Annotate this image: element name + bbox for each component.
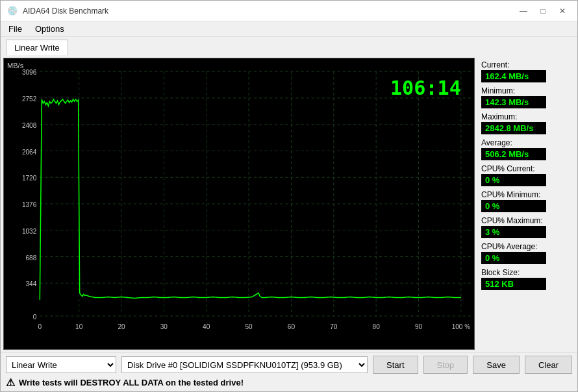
stop-button[interactable]: Stop [423, 356, 468, 374]
svg-text:2752: 2752 [22, 95, 37, 103]
cpu-minimum-label: CPU% Minimum: [481, 190, 571, 199]
chart-area: MB/s 3096 2752 2408 2064 1720 1376 1032 … [3, 58, 475, 350]
controls-row: Linear Write Disk Drive #0 [SOLIDIGM SSD… [6, 356, 572, 374]
svg-text:50: 50 [245, 323, 253, 330]
title-controls: — □ ✕ [515, 5, 571, 18]
cpu-average-stat: CPU% Average: 0 % [481, 242, 571, 264]
save-button[interactable]: Save [473, 356, 520, 374]
average-label: Average: [481, 138, 571, 147]
svg-text:20: 20 [118, 323, 125, 330]
block-size-label: Block Size: [481, 268, 571, 277]
chart-svg: MB/s 3096 2752 2408 2064 1720 1376 1032 … [4, 58, 474, 349]
title-bar-left: 💿 AIDA64 Disk Benchmark [7, 6, 108, 16]
main-window: 💿 AIDA64 Disk Benchmark — □ ✕ File Optio… [0, 0, 578, 392]
cpu-minimum-value: 0 % [481, 200, 546, 212]
tab-bar: Linear Write [1, 37, 577, 55]
current-label: Current: [481, 60, 571, 69]
svg-text:0: 0 [33, 313, 37, 321]
menu-bar: File Options [1, 21, 577, 37]
close-button[interactable]: ✕ [554, 5, 571, 18]
svg-text:688: 688 [26, 254, 37, 261]
test-type-dropdown[interactable]: Linear Write [6, 356, 116, 373]
svg-text:90: 90 [415, 323, 423, 330]
warning-text: Write tests will DESTROY ALL DATA on the… [19, 378, 244, 387]
svg-text:30: 30 [160, 323, 168, 330]
average-stat: Average: 506.2 MB/s [481, 138, 571, 160]
cpu-current-stat: CPU% Current: 0 % [481, 164, 571, 186]
chart-inner: MB/s 3096 2752 2408 2064 1720 1376 1032 … [4, 58, 474, 349]
cpu-current-label: CPU% Current: [481, 164, 571, 173]
current-stat: Current: 162.4 MB/s [481, 60, 571, 82]
minimum-stat: Minimum: 142.3 MB/s [481, 86, 571, 108]
block-size-stat: Block Size: 512 KB [481, 268, 571, 290]
start-button[interactable]: Start [373, 356, 418, 374]
app-icon: 💿 [7, 6, 18, 16]
maximize-button[interactable]: □ [534, 5, 551, 18]
svg-text:40: 40 [203, 323, 210, 330]
cpu-maximum-stat: CPU% Maximum: 3 % [481, 216, 571, 238]
cpu-average-label: CPU% Average: [481, 242, 571, 251]
warning-icon: ⚠ [6, 376, 15, 389]
minimum-label: Minimum: [481, 86, 571, 95]
warning-row: ⚠ Write tests will DESTROY ALL DATA on t… [6, 376, 572, 389]
menu-file[interactable]: File [3, 23, 27, 35]
svg-text:344: 344 [26, 280, 37, 288]
clear-button[interactable]: Clear [525, 356, 572, 374]
svg-text:10: 10 [75, 323, 83, 330]
average-value: 506.2 MB/s [481, 148, 546, 160]
maximum-stat: Maximum: 2842.8 MB/s [481, 112, 571, 134]
block-size-value: 512 KB [481, 278, 546, 290]
cpu-minimum-stat: CPU% Minimum: 0 % [481, 190, 571, 212]
cpu-average-value: 0 % [481, 252, 546, 264]
svg-text:80: 80 [373, 323, 381, 330]
svg-text:2408: 2408 [22, 122, 37, 129]
svg-text:1032: 1032 [22, 228, 37, 235]
cpu-maximum-label: CPU% Maximum: [481, 216, 571, 225]
minimize-button[interactable]: — [515, 5, 532, 18]
bottom-area: Linear Write Disk Drive #0 [SOLIDIGM SSD… [1, 352, 577, 391]
maximum-value: 2842.8 MB/s [481, 122, 546, 134]
svg-text:106:14: 106:14 [390, 77, 461, 99]
main-content: MB/s 3096 2752 2408 2064 1720 1376 1032 … [1, 55, 577, 352]
menu-options[interactable]: Options [30, 23, 69, 35]
svg-text:3096: 3096 [22, 69, 37, 76]
svg-text:60: 60 [288, 323, 295, 330]
tab-linear-write[interactable]: Linear Write [6, 40, 68, 55]
current-value: 162.4 MB/s [481, 70, 546, 82]
svg-text:1720: 1720 [22, 175, 37, 182]
window-title: AIDA64 Disk Benchmark [23, 6, 108, 16]
cpu-current-value: 0 % [481, 174, 546, 186]
minimum-value: 142.3 MB/s [481, 96, 546, 108]
stats-panel: Current: 162.4 MB/s Minimum: 142.3 MB/s … [477, 58, 575, 350]
title-bar: 💿 AIDA64 Disk Benchmark — □ ✕ [1, 1, 577, 21]
svg-text:70: 70 [330, 323, 338, 330]
svg-text:2064: 2064 [22, 149, 37, 156]
cpu-maximum-value: 3 % [481, 226, 546, 238]
maximum-label: Maximum: [481, 112, 571, 121]
svg-text:MB/s: MB/s [7, 62, 24, 69]
drive-dropdown[interactable]: Disk Drive #0 [SOLIDIGM SSDPFKNU010TZ] (… [121, 356, 368, 373]
svg-text:1376: 1376 [22, 201, 37, 208]
svg-text:100 %: 100 % [452, 323, 470, 330]
svg-text:0: 0 [38, 323, 42, 330]
